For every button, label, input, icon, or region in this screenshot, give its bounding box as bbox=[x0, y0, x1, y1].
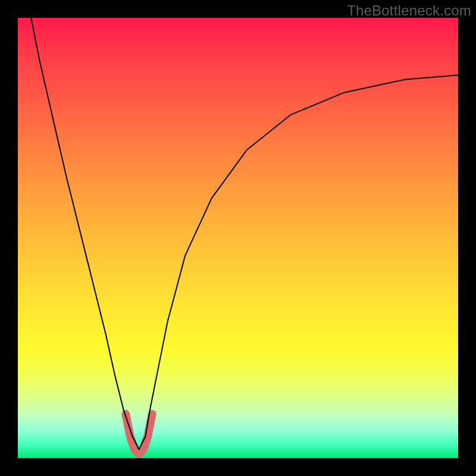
chart-frame: TheBottleneck.com bbox=[0, 0, 476, 476]
plot-area bbox=[18, 18, 458, 458]
curve-svg bbox=[18, 18, 458, 458]
main-curve bbox=[31, 18, 458, 449]
watermark-text: TheBottleneck.com bbox=[347, 2, 471, 19]
